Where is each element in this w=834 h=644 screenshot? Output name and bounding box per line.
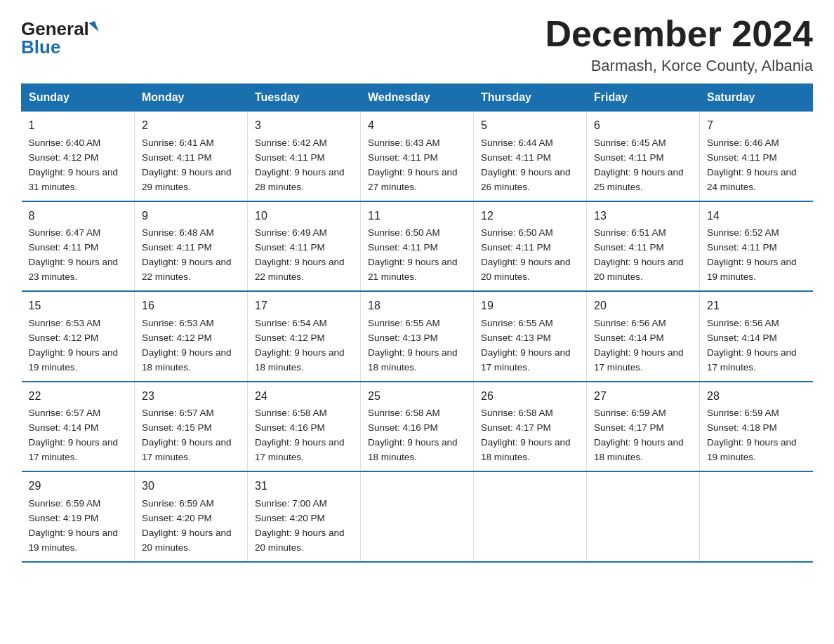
daylight-text: Daylight: 9 hours and 19 minutes.	[707, 257, 797, 282]
daylight-text: Daylight: 9 hours and 22 minutes.	[142, 257, 232, 282]
sunset-text: Sunset: 4:17 PM	[594, 422, 664, 433]
calendar-cell: 20Sunrise: 6:56 AMSunset: 4:14 PMDayligh…	[587, 291, 700, 381]
header-tuesday: Tuesday	[248, 84, 361, 112]
calendar-cell: 5Sunrise: 6:44 AMSunset: 4:11 PMDaylight…	[474, 112, 587, 201]
day-number: 4	[368, 117, 466, 135]
day-number: 6	[594, 117, 692, 135]
day-number: 11	[368, 208, 466, 225]
day-number: 9	[142, 208, 240, 225]
sunrise-text: Sunrise: 6:59 AM	[142, 498, 214, 509]
sunrise-text: Sunrise: 6:59 AM	[707, 408, 779, 418]
sunset-text: Sunset: 4:11 PM	[481, 152, 551, 163]
daylight-text: Daylight: 9 hours and 17 minutes.	[29, 437, 119, 462]
header-wednesday: Wednesday	[361, 84, 474, 112]
daylight-text: Daylight: 9 hours and 19 minutes.	[29, 347, 119, 373]
header-saturday: Saturday	[700, 84, 813, 112]
day-number: 21	[707, 297, 806, 315]
daylight-text: Daylight: 9 hours and 20 minutes.	[142, 528, 232, 553]
sunrise-text: Sunrise: 6:56 AM	[594, 318, 666, 328]
daylight-text: Daylight: 9 hours and 27 minutes.	[368, 167, 458, 192]
calendar-cell: 13Sunrise: 6:51 AMSunset: 4:11 PMDayligh…	[587, 201, 700, 291]
sunrise-text: Sunrise: 6:58 AM	[368, 408, 440, 418]
daylight-text: Daylight: 9 hours and 25 minutes.	[594, 167, 684, 192]
day-number: 2	[142, 117, 240, 135]
day-number: 1	[29, 117, 128, 135]
day-number: 28	[707, 388, 806, 405]
sunrise-text: Sunrise: 6:47 AM	[29, 227, 101, 238]
calendar-cell: 24Sunrise: 6:58 AMSunset: 4:16 PMDayligh…	[248, 382, 361, 471]
daylight-text: Daylight: 9 hours and 17 minutes.	[707, 347, 797, 373]
daylight-text: Daylight: 9 hours and 17 minutes.	[255, 437, 345, 462]
daylight-text: Daylight: 9 hours and 20 minutes.	[255, 528, 345, 553]
day-number: 14	[707, 208, 806, 225]
header-friday: Friday	[587, 84, 700, 112]
daylight-text: Daylight: 9 hours and 17 minutes.	[142, 437, 232, 462]
header-thursday: Thursday	[474, 84, 587, 112]
daylight-text: Daylight: 9 hours and 19 minutes.	[29, 528, 119, 553]
day-number: 15	[29, 297, 128, 315]
day-number: 8	[29, 208, 128, 225]
sunset-text: Sunset: 4:15 PM	[142, 422, 212, 433]
logo-arrow-icon	[88, 21, 98, 34]
calendar-cell: 6Sunrise: 6:45 AMSunset: 4:11 PMDaylight…	[587, 112, 700, 201]
calendar-cell: 17Sunrise: 6:54 AMSunset: 4:12 PMDayligh…	[248, 291, 361, 381]
calendar-cell: 2Sunrise: 6:41 AMSunset: 4:11 PMDaylight…	[135, 112, 248, 201]
calendar-cell	[700, 471, 813, 561]
sunrise-text: Sunrise: 7:00 AM	[255, 498, 327, 509]
sunrise-text: Sunrise: 6:52 AM	[707, 227, 779, 238]
sunset-text: Sunset: 4:20 PM	[255, 513, 325, 523]
day-number: 16	[142, 297, 240, 315]
sunset-text: Sunset: 4:11 PM	[142, 152, 212, 163]
sunset-text: Sunset: 4:18 PM	[707, 422, 777, 433]
sunrise-text: Sunrise: 6:56 AM	[707, 318, 779, 328]
sunrise-text: Sunrise: 6:57 AM	[29, 408, 101, 418]
sunset-text: Sunset: 4:11 PM	[707, 152, 777, 163]
calendar-cell: 7Sunrise: 6:46 AMSunset: 4:11 PMDaylight…	[700, 112, 813, 201]
sunrise-text: Sunrise: 6:50 AM	[481, 227, 553, 238]
day-number: 7	[707, 117, 806, 135]
sunrise-text: Sunrise: 6:57 AM	[142, 408, 214, 418]
daylight-text: Daylight: 9 hours and 18 minutes.	[594, 437, 684, 462]
sunset-text: Sunset: 4:11 PM	[368, 242, 438, 253]
sunset-text: Sunset: 4:11 PM	[594, 242, 664, 253]
logo-general-text: General	[21, 20, 89, 38]
sunset-text: Sunset: 4:11 PM	[255, 152, 325, 163]
sunrise-text: Sunrise: 6:55 AM	[481, 318, 553, 328]
day-number: 12	[481, 208, 579, 225]
calendar-table: Sunday Monday Tuesday Wednesday Thursday…	[21, 83, 813, 562]
sunrise-text: Sunrise: 6:41 AM	[142, 137, 214, 148]
daylight-text: Daylight: 9 hours and 24 minutes.	[707, 167, 797, 192]
daylight-text: Daylight: 9 hours and 18 minutes.	[368, 437, 458, 462]
calendar-cell: 29Sunrise: 6:59 AMSunset: 4:19 PMDayligh…	[22, 471, 135, 561]
sunset-text: Sunset: 4:14 PM	[707, 333, 777, 343]
sunrise-text: Sunrise: 6:49 AM	[255, 227, 327, 238]
daylight-text: Daylight: 9 hours and 18 minutes.	[255, 347, 345, 373]
sunrise-text: Sunrise: 6:53 AM	[29, 318, 101, 328]
sunset-text: Sunset: 4:11 PM	[29, 242, 99, 253]
daylight-text: Daylight: 9 hours and 18 minutes.	[142, 347, 232, 373]
day-number: 24	[255, 388, 353, 405]
calendar-cell: 4Sunrise: 6:43 AMSunset: 4:11 PMDaylight…	[361, 112, 474, 201]
day-number: 13	[594, 208, 692, 225]
logo: General Blue	[21, 20, 97, 56]
sunset-text: Sunset: 4:11 PM	[368, 152, 438, 163]
sunset-text: Sunset: 4:11 PM	[707, 242, 777, 253]
page-header: General Blue December 2024 Barmash, Korc…	[21, 14, 813, 75]
sunrise-text: Sunrise: 6:58 AM	[255, 408, 327, 418]
sunset-text: Sunset: 4:20 PM	[142, 513, 212, 523]
daylight-text: Daylight: 9 hours and 31 minutes.	[29, 167, 119, 192]
calendar-cell: 19Sunrise: 6:55 AMSunset: 4:13 PMDayligh…	[474, 291, 587, 381]
sunrise-text: Sunrise: 6:55 AM	[368, 318, 440, 328]
calendar-cell: 10Sunrise: 6:49 AMSunset: 4:11 PMDayligh…	[248, 201, 361, 291]
sunset-text: Sunset: 4:17 PM	[481, 422, 551, 433]
calendar-cell: 12Sunrise: 6:50 AMSunset: 4:11 PMDayligh…	[474, 201, 587, 291]
daylight-text: Daylight: 9 hours and 17 minutes.	[594, 347, 684, 373]
sunrise-text: Sunrise: 6:59 AM	[594, 408, 666, 418]
day-number: 29	[29, 478, 128, 495]
calendar-cell: 28Sunrise: 6:59 AMSunset: 4:18 PMDayligh…	[700, 382, 813, 471]
daylight-text: Daylight: 9 hours and 19 minutes.	[707, 437, 797, 462]
sunset-text: Sunset: 4:12 PM	[142, 333, 212, 343]
sunset-text: Sunset: 4:14 PM	[29, 422, 99, 433]
header-monday: Monday	[135, 84, 248, 112]
day-number: 20	[594, 297, 692, 315]
